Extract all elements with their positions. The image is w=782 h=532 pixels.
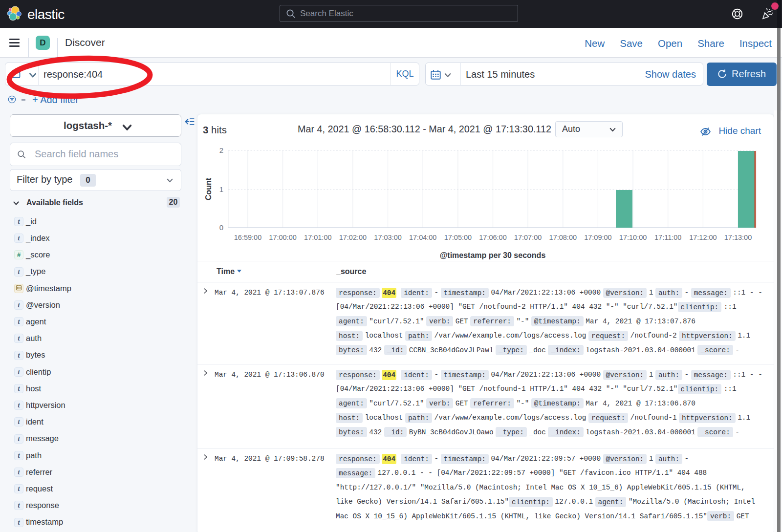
svg-text:17:11:00: 17:11:00 [654,234,681,241]
svg-text:17:05:00: 17:05:00 [444,234,472,241]
svg-text:17:12:00: 17:12:00 [689,234,717,241]
svg-text:17:03:00: 17:03:00 [374,234,401,241]
svg-text:17:10:00: 17:10:00 [619,234,647,241]
svg-text:17:07:00: 17:07:00 [514,234,542,241]
svg-text:17:08:00: 17:08:00 [549,234,577,241]
svg-text:17:04:00: 17:04:00 [409,234,436,241]
svg-text:2: 2 [219,146,223,154]
svg-text:17:01:00: 17:01:00 [304,234,331,241]
svg-text:17:06:00: 17:06:00 [479,234,506,241]
svg-text:17:09:00: 17:09:00 [584,234,611,241]
svg-text:@timestamp per 30 seconds: @timestamp per 30 seconds [440,251,546,259]
svg-text:17:13:00: 17:13:00 [724,234,752,241]
svg-text:17:02:00: 17:02:00 [339,234,367,241]
svg-text:0: 0 [219,223,223,232]
svg-text:Count: Count [204,177,213,200]
svg-text:17:00:00: 17:00:00 [269,234,296,241]
svg-text:1: 1 [219,185,223,193]
svg-text:16:59:00: 16:59:00 [234,234,261,241]
